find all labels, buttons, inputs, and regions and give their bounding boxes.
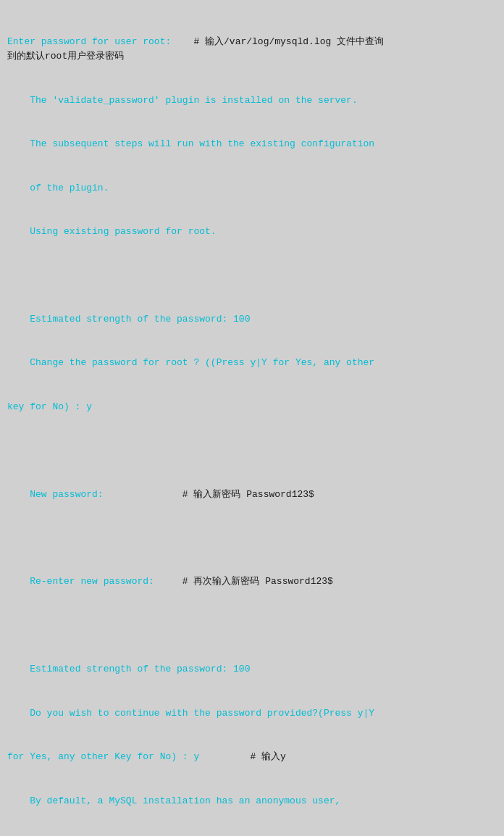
line-16: Do you wish to continue with the passwor… <box>7 706 497 721</box>
line-5: Using existing password for root. <box>7 225 497 239</box>
line-4: of the plugin. <box>7 181 497 196</box>
line-blank-1 <box>7 269 497 283</box>
line-13: Re-enter new password: # 再次输入新密码 Passwor… <box>7 574 497 589</box>
line-17: for Yes, any other Key for No) : y # 输入y <box>7 750 497 764</box>
line-11: New password: # 输入新密码 Password123$ <box>7 488 497 502</box>
line-15: Estimated strength of the password: 100 <box>7 662 497 677</box>
line-blank-3 <box>7 531 497 546</box>
line-blank-4 <box>7 619 497 633</box>
terminal-output: Enter password for user root: # 输入/var/l… <box>7 6 497 836</box>
line-2: The 'validate_password' plugin is instal… <box>7 93 497 108</box>
line-9: key for No) : y <box>7 400 497 414</box>
line-3: The subsequent steps will run with the e… <box>7 137 497 151</box>
line-18: By default, a MySQL installation has an … <box>7 794 497 808</box>
line-blank-2 <box>7 443 497 458</box>
line-1: Enter password for user root: # 输入/var/l… <box>7 35 497 64</box>
line-8: Change the password for root ? ((Press y… <box>7 356 497 370</box>
line-7: Estimated strength of the password: 100 <box>7 312 497 327</box>
